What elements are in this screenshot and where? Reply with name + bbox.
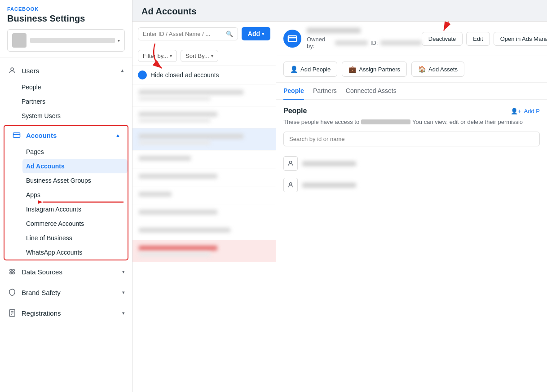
users-section-header[interactable]: Users ▲	[0, 61, 132, 80]
people-header: People 👤+ Add P	[283, 107, 540, 115]
list-item[interactable]	[132, 168, 276, 186]
sort-by-dropdown[interactable]: Sort By... ▾	[181, 50, 218, 62]
brand-safety-label: Brand Safety	[22, 289, 122, 296]
toolbar: 🔍 Add ▾	[132, 22, 276, 46]
business-selector[interactable]: ▾	[7, 29, 125, 52]
accounts-sub-items: Pages Ad Accounts Business Asset Groups …	[4, 145, 128, 260]
sidebar-item-whatsapp-accounts[interactable]: WhatsApp Accounts	[26, 245, 128, 260]
data-sources-chevron-icon: ▾	[122, 269, 125, 275]
brand-safety-header[interactable]: Brand Safety ▾	[0, 283, 132, 302]
assign-partners-button[interactable]: 💼 Assign Partners	[342, 62, 407, 77]
svg-rect-1	[13, 133, 20, 138]
account-id-blurred	[139, 119, 211, 123]
account-id-blurred	[139, 252, 211, 256]
id-label: ID:	[371, 40, 378, 46]
sidebar-item-commerce-accounts[interactable]: Commerce Accounts	[26, 216, 128, 231]
account-id-blurred	[139, 97, 211, 101]
registrations-section: Registrations ▾	[0, 304, 132, 322]
page-header: Ad Accounts	[132, 0, 547, 22]
brand-safety-section: Brand Safety ▾	[0, 283, 132, 302]
business-avatar	[12, 33, 26, 48]
sidebar-header: FACEBOOK Business Settings ▾	[0, 0, 132, 57]
list-item[interactable]	[132, 240, 276, 262]
tabs-row: People Partners Connected Assets	[276, 83, 547, 100]
filter-toolbar: Filter by... ▾ Sort By... ▾	[132, 46, 276, 66]
svg-point-4	[13, 269, 15, 272]
business-name	[30, 38, 115, 43]
add-button-chevron-icon: ▾	[262, 31, 264, 36]
page-title: Ad Accounts	[141, 6, 538, 17]
search-input[interactable]	[143, 31, 226, 37]
deactivate-button[interactable]: Deactivate	[422, 32, 463, 46]
sidebar-item-ad-accounts[interactable]: Ad Accounts	[22, 159, 128, 173]
add-assets-label: Add Assets	[428, 66, 458, 73]
account-name-blurred	[139, 246, 217, 251]
data-sources-label: Data Sources	[22, 268, 122, 276]
tab-partners[interactable]: Partners	[313, 83, 337, 100]
add-person-button[interactable]: 👤+ Add P	[511, 108, 540, 115]
account-name-blurred	[139, 156, 191, 161]
right-panel-actions: Deactivate Edit Open in Ads Manager	[422, 32, 547, 46]
sidebar-item-system-users[interactable]: System Users	[22, 109, 132, 123]
registrations-header[interactable]: Registrations ▾	[0, 304, 132, 322]
sidebar-item-line-of-business[interactable]: Line of Business	[26, 231, 128, 245]
sidebar-item-partners[interactable]: Partners	[22, 94, 132, 109]
add-button[interactable]: Add ▾	[242, 27, 270, 40]
accounts-section: Accounts ▲ Pages Ad Accounts Business As…	[4, 125, 128, 260]
accounts-section-header[interactable]: Accounts ▲	[4, 126, 128, 145]
right-panel-header-wrapper: Owned by: ID: Deactivate Edit Open in Ad…	[276, 22, 547, 56]
filter-by-dropdown[interactable]: Filter by... ▾	[138, 50, 177, 62]
list-item[interactable]	[132, 106, 276, 128]
svg-point-20	[289, 183, 291, 185]
svg-point-0	[11, 68, 13, 70]
registrations-icon	[7, 308, 17, 318]
registrations-chevron-icon: ▾	[122, 310, 125, 316]
account-name-bar	[307, 28, 361, 33]
search-icon: 🔍	[226, 31, 233, 37]
list-item[interactable]	[132, 186, 276, 204]
list-item-selected[interactable]	[132, 128, 276, 150]
list-item[interactable]	[132, 222, 276, 240]
sidebar-item-instagram-accounts[interactable]: Instagram Accounts	[26, 202, 128, 216]
sidebar-item-people[interactable]: People	[22, 80, 132, 94]
list-item[interactable]	[132, 150, 276, 168]
content-area: 🔍 Add ▾ Filter by... ▾ Sort By... ▾	[132, 22, 547, 392]
people-description: These people have access to You can view…	[283, 119, 540, 125]
filter-chevron-icon: ▾	[170, 53, 172, 58]
toggle-switch[interactable]	[138, 70, 147, 79]
account-name-blurred-inline	[361, 119, 410, 124]
accounts-icon	[12, 130, 22, 140]
account-id-blurred	[139, 141, 211, 145]
accounts-label: Accounts	[26, 132, 115, 139]
users-section: Users ▲ People Partners System Users	[0, 61, 132, 123]
list-item[interactable]	[132, 84, 276, 106]
tab-people[interactable]: People	[283, 83, 304, 100]
sort-chevron-icon: ▾	[211, 53, 213, 58]
edit-button[interactable]: Edit	[466, 32, 490, 46]
open-in-ads-manager-button[interactable]: Open in Ads Manager	[494, 32, 547, 46]
account-name-blurred	[139, 228, 230, 233]
person-icon-2	[283, 178, 298, 192]
sidebar-item-business-asset-groups[interactable]: Business Asset Groups	[26, 173, 128, 188]
owned-by-label: Owned by:	[307, 36, 332, 49]
search-box[interactable]: 🔍	[138, 27, 238, 40]
left-panel: 🔍 Add ▾ Filter by... ▾ Sort By... ▾	[132, 22, 276, 392]
users-chevron-icon: ▲	[120, 68, 125, 73]
brand-safety-chevron-icon: ▾	[122, 290, 125, 295]
people-search-input[interactable]	[283, 132, 540, 146]
panel-actions-row: 👤 Add People 💼 Assign Partners 🏠 Add Ass…	[276, 56, 547, 83]
person-row-2	[283, 174, 540, 196]
svg-rect-16	[288, 36, 296, 42]
sidebar-item-pages[interactable]: Pages	[26, 145, 128, 159]
sidebar-item-apps[interactable]: Apps	[26, 188, 128, 202]
account-name-blurred	[139, 174, 217, 179]
account-name-blurred	[139, 112, 217, 117]
add-assets-button[interactable]: 🏠 Add Assets	[411, 62, 464, 77]
account-name-blurred	[139, 134, 243, 139]
data-sources-header[interactable]: Data Sources ▾	[0, 262, 132, 281]
tab-connected-assets[interactable]: Connected Assets	[346, 83, 397, 100]
sidebar: FACEBOOK Business Settings ▾ Users ▲ Peo…	[0, 0, 132, 392]
add-people-button[interactable]: 👤 Add People	[283, 62, 337, 77]
list-item[interactable]	[132, 204, 276, 222]
account-meta: Owned by: ID:	[307, 36, 422, 49]
